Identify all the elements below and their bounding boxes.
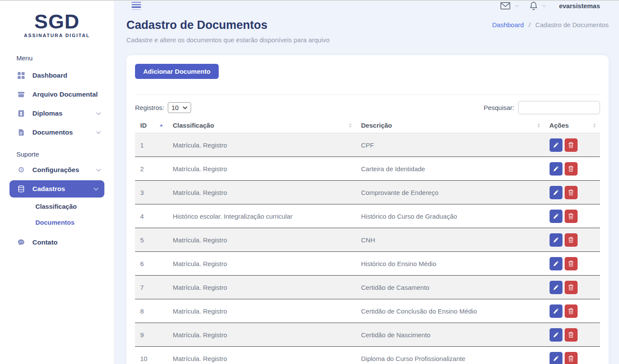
cell-descricao: Histórico do Curso de Graduação	[356, 204, 544, 228]
search-label: Pesquisar:	[484, 104, 514, 111]
delete-button[interactable]	[565, 162, 578, 176]
breadcrumb-dashboard-link[interactable]: Dashboard	[492, 21, 524, 28]
cell-id: 1	[135, 133, 167, 157]
chevron-down-icon	[183, 107, 187, 109]
edit-button[interactable]	[550, 233, 562, 247]
table-row: 2 Matrícula. Registro Carteira de Identi…	[135, 157, 600, 181]
records-per-page-select[interactable]: 10	[168, 102, 192, 113]
trash-icon	[568, 213, 574, 220]
sidebar-item-label: Configurações	[32, 166, 79, 174]
pencil-icon	[553, 237, 559, 243]
table-row: 10 Matrícula. Registro Diploma do Curso …	[135, 347, 600, 364]
bell-icon[interactable]	[529, 1, 538, 11]
sidebar-item-diplomas[interactable]: Diplomas	[0, 104, 114, 123]
delete-button[interactable]	[565, 304, 578, 318]
pencil-icon	[553, 332, 559, 338]
records-per-page-value: 10	[172, 104, 179, 111]
logo-subtitle: ASSINATURA DIGITAL	[0, 33, 114, 38]
mail-icon[interactable]	[500, 2, 511, 10]
trash-icon	[568, 166, 574, 172]
edit-button[interactable]	[550, 328, 562, 342]
cell-id: 2	[135, 157, 167, 181]
delete-button[interactable]	[565, 138, 578, 152]
cell-descricao: CNH	[356, 228, 544, 252]
sidebar-item-label: Arquivo Documental	[32, 91, 98, 98]
cell-classificacao: Matrícula. Registro	[167, 157, 356, 181]
cell-id: 8	[135, 299, 167, 323]
cell-acoes	[544, 252, 600, 276]
page-subtitle: Cadastre e altere os documentos que esta…	[126, 36, 330, 44]
cell-id: 10	[135, 347, 167, 364]
documents-card: Adicionar Documento Registros: 10 Pesqui…	[126, 55, 609, 364]
sidebar-item-documentos[interactable]: Documentos	[0, 123, 114, 142]
edit-button[interactable]	[550, 281, 562, 294]
pencil-icon	[553, 213, 559, 219]
delete-button[interactable]	[565, 186, 578, 199]
add-document-button[interactable]: Adicionar Documento	[135, 64, 219, 79]
column-header-classificacao[interactable]: Classificação	[167, 118, 356, 133]
edit-button[interactable]	[550, 162, 562, 176]
table-row: 9 Matrícula. Registro Certidão de Nascim…	[135, 323, 600, 347]
column-header-acoes[interactable]: Ações	[544, 118, 600, 133]
card-divider	[135, 94, 600, 95]
cell-descricao: Certidão de Casamento	[356, 276, 544, 299]
sidebar-item-contato[interactable]: Contato	[0, 233, 114, 252]
column-header-descricao[interactable]: Descrição	[356, 118, 544, 133]
pencil-icon	[553, 142, 559, 148]
trash-icon	[568, 284, 574, 291]
pencil-icon	[553, 166, 559, 172]
delete-button[interactable]	[565, 210, 578, 223]
cell-descricao: Certidão de Nascimento	[356, 323, 544, 347]
sort-asc-icon	[160, 124, 163, 126]
edit-button[interactable]	[550, 138, 562, 152]
delete-button[interactable]	[565, 352, 578, 364]
sidebar-subitem-documentos[interactable]: Documentos	[0, 214, 114, 230]
edit-button[interactable]	[550, 352, 562, 364]
table-row: 5 Matrícula. Registro CNH	[135, 228, 600, 252]
delete-button[interactable]	[565, 233, 578, 247]
chevron-down-icon	[96, 131, 101, 134]
cell-id: 3	[135, 181, 167, 204]
column-header-id[interactable]: ID	[135, 118, 167, 133]
hamburger-menu-icon[interactable]	[130, 0, 143, 12]
user-menu[interactable]: evarsistemas	[559, 2, 600, 9]
trash-icon	[568, 260, 574, 267]
cell-classificacao: Matrícula. Registro	[167, 133, 356, 157]
app-logo[interactable]: SGD ASSINATURA DIGITAL	[0, 9, 114, 42]
gear-icon: ⚙	[17, 166, 25, 174]
sidebar-subitem-classificacao[interactable]: Classificação	[0, 198, 114, 214]
table-row: 6 Matrícula. Registro Histórico do Ensin…	[135, 252, 600, 276]
delete-button[interactable]	[565, 281, 578, 294]
cell-classificacao: Matrícula. Registro	[167, 347, 356, 364]
cell-id: 7	[135, 276, 167, 299]
sidebar-item-arquivo-documental[interactable]: Arquivo Documental	[0, 85, 114, 104]
cell-id: 4	[135, 204, 167, 228]
chat-icon	[17, 238, 25, 246]
cell-descricao: Diploma do Curso Profissionalizante	[356, 347, 544, 364]
sidebar-item-cadastros[interactable]: Cadastros	[9, 180, 104, 198]
edit-button[interactable]	[550, 257, 562, 270]
cell-acoes	[544, 133, 600, 157]
edit-button[interactable]	[550, 304, 562, 318]
table-row: 4 Histórico escolar. Integralização curr…	[135, 204, 600, 228]
sort-icon	[537, 123, 540, 128]
search-input[interactable]	[518, 101, 600, 114]
table-row: 3 Matrícula. Registro Comprovante de End…	[135, 181, 600, 204]
support-heading: Suporte	[0, 142, 114, 160]
edit-button[interactable]	[550, 186, 562, 199]
breadcrumb-current: Cadastro de Documentos	[535, 21, 609, 28]
edit-button[interactable]	[550, 210, 562, 223]
sidebar-item-label: Dashboard	[32, 72, 67, 79]
sort-icon	[349, 123, 352, 128]
delete-button[interactable]	[565, 257, 578, 270]
sidebar-item-configuracoes[interactable]: ⚙ Configurações	[0, 160, 114, 179]
cell-descricao: Certidão de Conclusão do Ensino Médio	[356, 299, 544, 323]
cell-classificacao: Matrícula. Registro	[167, 252, 356, 276]
sidebar-item-dashboard[interactable]: Dashboard	[0, 66, 114, 85]
trash-icon	[568, 237, 574, 243]
cell-classificacao: Histórico escolar. Integralização curric…	[167, 204, 356, 228]
delete-button[interactable]	[565, 328, 578, 342]
breadcrumb-separator: /	[529, 21, 531, 28]
cell-descricao: Comprovante de Endereço	[356, 181, 544, 204]
cell-id: 5	[135, 228, 167, 252]
